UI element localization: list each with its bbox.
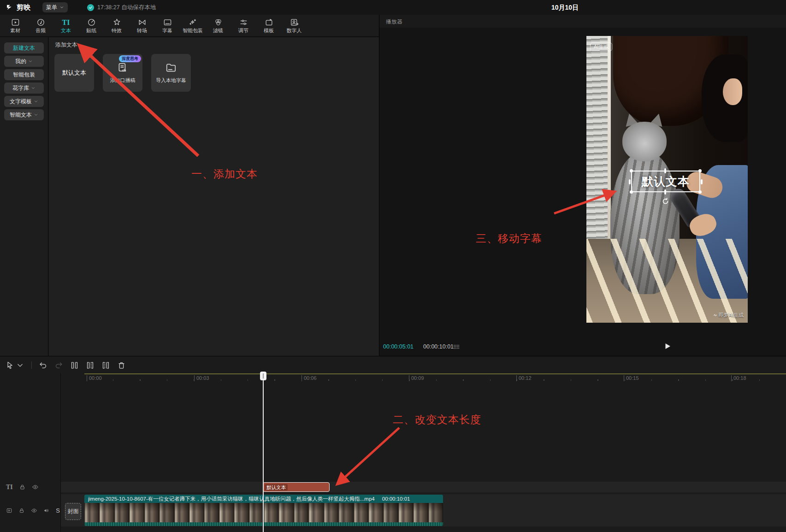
player-title: 播放器 bbox=[386, 18, 402, 26]
speaker-icon[interactable] bbox=[43, 507, 50, 514]
tab-adjust[interactable]: 调节 bbox=[233, 18, 254, 33]
chevron-down-icon bbox=[59, 5, 64, 10]
duration-indicator-line bbox=[84, 373, 786, 374]
eye-icon[interactable] bbox=[31, 507, 37, 514]
app-name: 剪映 bbox=[17, 3, 30, 12]
lock-icon[interactable] bbox=[18, 507, 25, 514]
sidebar-item-fancy-text[interactable]: 花字库 bbox=[4, 83, 44, 94]
selection-handle[interactable] bbox=[701, 179, 703, 184]
import-subtitle-card[interactable]: 导入本地字幕 bbox=[151, 54, 191, 92]
chevron-down-icon bbox=[16, 361, 24, 370]
delete-button[interactable] bbox=[117, 361, 126, 370]
text-track-header: TI bbox=[0, 482, 60, 492]
default-text-card[interactable]: 默认文本 bbox=[54, 54, 94, 92]
select-tool-button[interactable] bbox=[6, 361, 24, 370]
selection-handle[interactable] bbox=[664, 189, 666, 195]
sidebar-item-text-template[interactable]: 文字模板 bbox=[4, 96, 44, 107]
deep-think-badge: 深度思考 bbox=[119, 55, 141, 62]
preview-quality-icon[interactable] bbox=[452, 343, 461, 351]
selection-handle[interactable] bbox=[630, 169, 633, 172]
split-button[interactable] bbox=[70, 361, 79, 370]
player-header: 播放器 bbox=[379, 15, 786, 28]
chevron-down-icon bbox=[34, 99, 38, 104]
woman-face bbox=[723, 78, 742, 105]
voiceover-script-card[interactable]: 深度思考 添加口播稿 bbox=[103, 54, 142, 92]
tab-digital-human[interactable]: 数字人 bbox=[284, 18, 305, 33]
video-track-lane[interactable]: 封面 jimeng-2025-10-10-8607-有一位女记者蹲下来，用小话筒… bbox=[61, 494, 786, 526]
video-clip-name: jimeng-2025-10-10-8607-有一位女记者蹲下来，用小话筒采访猫… bbox=[88, 496, 375, 502]
annotation-step2: 二、改变文本长度 bbox=[393, 413, 481, 427]
date-label: 10月10日 bbox=[551, 4, 579, 12]
script-doc-icon bbox=[117, 62, 129, 74]
smart-package-icon bbox=[189, 18, 197, 27]
tab-captions[interactable]: 字幕 bbox=[157, 18, 178, 33]
folder-icon bbox=[165, 62, 177, 74]
eye-icon[interactable] bbox=[32, 484, 39, 491]
video-track-header: S bbox=[0, 505, 60, 516]
tab-media[interactable]: 素材 bbox=[5, 18, 26, 33]
text-clip[interactable]: 默认文本 bbox=[263, 482, 330, 492]
sidebar-item-smart-package[interactable]: 智能包装 bbox=[4, 69, 44, 80]
selection-handle[interactable] bbox=[698, 169, 702, 172]
app-logo: 剪映 bbox=[6, 3, 30, 12]
tab-transition[interactable]: 转场 bbox=[131, 18, 153, 33]
play-button[interactable] bbox=[663, 342, 672, 350]
tab-smart-package[interactable]: 智能包装 bbox=[182, 18, 203, 33]
sidebar-item-smart-text[interactable]: 智能文本 bbox=[4, 109, 44, 120]
total-time: 00:00:10:01 bbox=[423, 343, 454, 350]
autosave-check-icon bbox=[87, 4, 94, 11]
video-clip-header: jimeng-2025-10-10-8607-有一位女记者蹲下来，用小话筒采访猫… bbox=[84, 495, 443, 503]
lock-icon[interactable] bbox=[19, 484, 26, 491]
app-logo-icon bbox=[6, 3, 14, 12]
solo-toggle[interactable]: S bbox=[56, 507, 60, 514]
video-preview[interactable]: AI生成 默认文本 即梦AI生成 bbox=[586, 36, 748, 323]
brand-watermark: 即梦AI生成 bbox=[713, 312, 744, 319]
audio-icon bbox=[36, 18, 45, 27]
text-track-lane[interactable] bbox=[61, 482, 786, 492]
split-keep-left-button[interactable] bbox=[86, 361, 95, 370]
annotation-step1: 一、添加文本 bbox=[191, 167, 258, 181]
panel-title: 添加文本 bbox=[55, 41, 77, 49]
sidebar-item-mine[interactable]: 我的 bbox=[4, 56, 44, 67]
text-cards: 默认文本 深度思考 添加口播稿 导入本地字幕 bbox=[54, 54, 191, 92]
tab-template[interactable]: 模板 bbox=[258, 18, 279, 33]
playhead-handle[interactable] bbox=[260, 372, 266, 380]
sticker-icon bbox=[87, 18, 96, 27]
timeline-panel: 00:00 00:03 00:06 00:09 00:12 00:15 00:1… bbox=[0, 356, 786, 532]
cover-button[interactable]: 封面 bbox=[65, 503, 81, 520]
media-type-toolbar: 素材 音频 TI 文本 贴纸 特效 转场 字幕 智能包装 滤镜 调节 模板 bbox=[0, 15, 379, 37]
redo-button[interactable] bbox=[54, 361, 63, 370]
playhead[interactable] bbox=[263, 373, 264, 532]
selection-handle[interactable] bbox=[629, 179, 631, 184]
text-track-icon: TI bbox=[6, 484, 13, 491]
text-overlay[interactable]: 默认文本 bbox=[642, 174, 690, 189]
chevron-down-icon bbox=[31, 86, 35, 90]
chevron-down-icon bbox=[28, 59, 33, 64]
adjust-icon bbox=[239, 18, 248, 27]
tab-audio[interactable]: 音频 bbox=[30, 18, 51, 33]
sidebar-item-new-text[interactable]: 新建文本 bbox=[4, 42, 44, 53]
split-keep-right-button[interactable] bbox=[101, 361, 110, 370]
video-clip-duration: 00:00:10:01 bbox=[382, 496, 410, 502]
rotate-handle-icon[interactable] bbox=[662, 197, 669, 205]
selection-handle[interactable] bbox=[630, 190, 633, 194]
selection-handle[interactable] bbox=[664, 168, 666, 173]
menu-button[interactable]: 菜单 bbox=[42, 2, 68, 12]
add-text-panel: 添加文本 默认文本 深度思考 添加口播稿 导入本地字幕 bbox=[49, 37, 379, 356]
undo-button[interactable] bbox=[39, 361, 47, 370]
ai-generated-watermark: AI生成 bbox=[590, 42, 612, 51]
video-track-icon bbox=[6, 507, 12, 514]
selection-handle[interactable] bbox=[698, 190, 702, 194]
player-panel: 播放器 AI生成 默认文本 bbox=[379, 15, 786, 356]
text-overlay-selection[interactable]: 默认文本 bbox=[631, 171, 700, 192]
media-icon bbox=[11, 18, 20, 27]
autosave-status: 17:38:27 自动保存本地 bbox=[87, 4, 156, 12]
tab-filter[interactable]: 滤镜 bbox=[207, 18, 229, 33]
tab-effects[interactable]: 特效 bbox=[106, 18, 127, 33]
player-controls: 00:00:05:01 00:00:10:01 bbox=[379, 341, 786, 353]
tab-sticker[interactable]: 贴纸 bbox=[81, 18, 102, 33]
video-thumbnails bbox=[84, 503, 443, 522]
tab-text[interactable]: TI 文本 bbox=[55, 18, 77, 33]
video-clip[interactable]: jimeng-2025-10-10-8607-有一位女记者蹲下来，用小话筒采访猫… bbox=[84, 495, 443, 526]
transition-icon bbox=[138, 18, 147, 27]
